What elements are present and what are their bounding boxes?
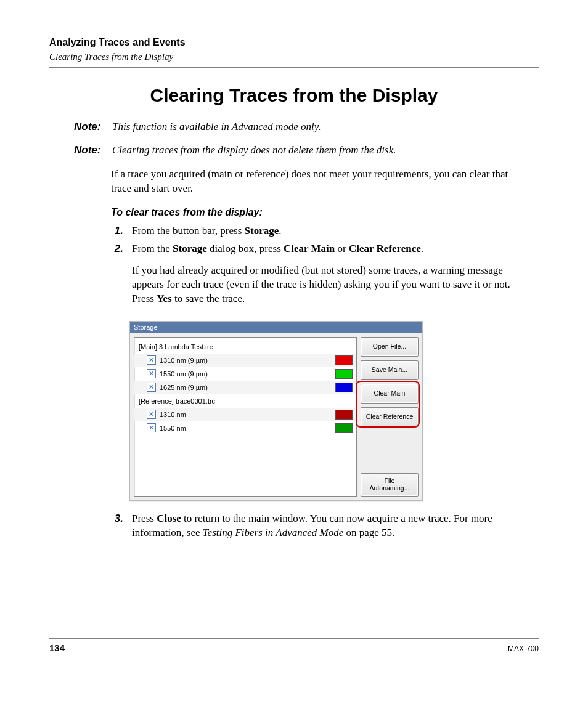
page-number: 134 [49,643,65,653]
trace-item[interactable]: ✕ 1550 nm [134,421,356,435]
step-text: or [335,243,349,254]
step-text: Press [132,513,157,524]
storage-dialog-screenshot: Storage ✕ [Main] 3 Lambda Test.trc ✕ 131… [129,321,423,501]
step-bold: Yes [157,293,172,304]
color-swatch [335,410,353,420]
checkbox-icon[interactable]: ✕ [147,369,156,378]
step-number: 3. [111,512,123,540]
trace-item-label: 1550 nm [160,424,332,432]
procedure-heading: To clear traces from the display: [111,207,520,218]
checkbox-icon[interactable]: ✕ [147,410,156,419]
note-text: This function is available in Advanced m… [112,121,321,133]
step-3: 3. Press Close to return to the main win… [111,512,520,540]
color-swatch [335,355,353,365]
dialog-titlebar: Storage [130,322,422,333]
step-text: . [279,225,281,237]
trace-item[interactable]: ✕ 1550 nm (9 µm) [134,367,356,381]
step-bold: Clear Main [284,243,335,254]
note-label: Note: [74,144,106,156]
page-title: Clearing Traces from the Display [49,85,539,106]
trace-item[interactable]: ✕ 1625 nm (9 µm) [134,381,356,394]
step-bold: Close [157,513,181,524]
step-number: 1. [111,224,123,238]
trace-group-main: ✕ [Main] 3 Lambda Test.trc [134,340,356,354]
open-file-button[interactable]: Open File... [361,337,419,357]
checkbox-icon[interactable]: ✕ [147,423,156,432]
note-text: Clearing traces from the display does no… [112,144,396,156]
step-text: From the button bar, press [132,225,245,237]
trace-group-label: [Main] 3 Lambda Test.trc [139,343,353,351]
trace-list-panel: ✕ [Main] 3 Lambda Test.trc ✕ 1310 nm (9 … [134,337,357,497]
note-label: Note: [74,121,106,133]
page-footer: 134 MAX-700 [49,638,539,653]
trace-group-label: [Reference] trace0001.trc [139,397,353,405]
trace-group-reference: ✕ [Reference] trace0001.trc [134,394,356,408]
step-bold: Storage [245,225,279,237]
step-2: 2. From the Storage dialog box, press Cl… [111,242,520,256]
header-rule [49,67,539,68]
save-main-button[interactable]: Save Main... [361,360,419,380]
note-1: Note: This function is available in Adva… [74,121,539,133]
step-text: on page 55. [343,527,394,538]
clear-main-button[interactable]: Clear Main [361,384,419,404]
step-1: 1. From the button bar, press Storage. [111,224,520,238]
clear-reference-button[interactable]: Clear Reference [361,407,419,427]
intro-paragraph: If a trace you acquired (main or referen… [111,168,520,196]
step-2-followup: If you had already acquired or modified … [132,264,520,306]
running-head-chapter: Analyzing Traces and Events [49,37,539,48]
trace-item[interactable]: ✕ 1310 nm [134,408,356,421]
step-text: to save the trace. [172,293,245,304]
checkbox-icon[interactable]: ✕ [147,355,156,365]
dialog-button-column: Open File... Save Main... Clear Main Cle… [361,337,419,497]
step-bold: Storage [173,243,207,254]
step-text: dialog box, press [207,243,284,254]
color-swatch [335,383,353,392]
color-swatch [335,423,353,433]
color-swatch [335,369,353,379]
trace-item-label: 1550 nm (9 µm) [160,370,332,378]
step-text: . [421,243,423,254]
trace-item-label: 1310 nm (9 µm) [160,357,332,364]
step-number: 2. [111,242,123,256]
model-number: MAX-700 [508,644,539,653]
file-autonaming-button[interactable]: File Autonaming... [361,473,419,497]
trace-item-label: 1310 nm [160,411,332,418]
step-text: From the [132,243,173,254]
note-2: Note: Clearing traces from the display d… [74,144,539,156]
running-head-section: Clearing Traces from the Display [49,52,539,62]
checkbox-icon[interactable]: ✕ [147,383,156,392]
trace-item-label: 1625 nm (9 µm) [160,384,332,391]
step-italic: Testing Fibers in Advanced Mode [203,527,344,538]
step-bold: Clear Reference [349,243,421,254]
trace-item[interactable]: ✕ 1310 nm (9 µm) [134,354,356,367]
